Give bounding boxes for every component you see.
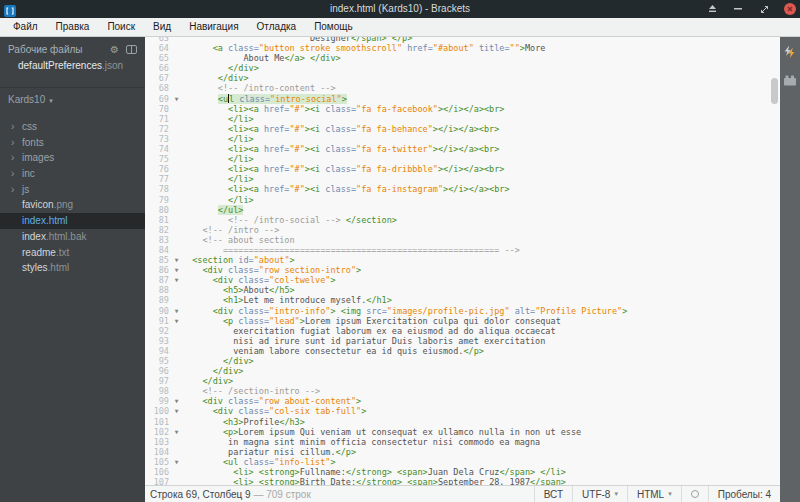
lint-status[interactable] (681, 486, 708, 502)
insert-mode-indicator[interactable]: ВСТ (534, 486, 572, 502)
fold-gutter (171, 83, 182, 93)
code-line-102: 102▼ <p>Lorem ipsum Qui veniam ut conseq… (145, 427, 780, 437)
twisty-icon[interactable]: › (11, 119, 14, 135)
fold-arrow-icon[interactable]: ▼ (171, 457, 182, 467)
live-preview-icon[interactable] (783, 45, 797, 63)
fold-arrow-icon[interactable]: ▼ (171, 406, 182, 416)
line-count: — 709 строк (253, 489, 310, 500)
tree-file-readme.txt[interactable]: readme.txt (0, 245, 145, 261)
twisty-icon[interactable]: › (11, 182, 14, 198)
language-select[interactable]: HTML ▾ (627, 486, 681, 502)
tree-folder-inc[interactable]: ›inc (0, 166, 145, 182)
fold-gutter (171, 225, 182, 235)
fold-gutter (171, 376, 182, 386)
code-line-98: 98 <!-- /section-intro --> (145, 386, 780, 396)
code-editor[interactable]: 63 Designer</span> </p>64 <a class="butt… (145, 37, 780, 485)
code-line-64: 64 <a class="button stroke smoothscroll"… (145, 43, 780, 53)
menu-item-3[interactable]: Вид (144, 18, 180, 36)
code-line-103: 103 in magna sint minim officia consecte… (145, 437, 780, 447)
extension-manager-icon[interactable] (783, 72, 797, 90)
menu-item-1[interactable]: Правка (47, 18, 99, 36)
fold-arrow-icon[interactable]: ▼ (171, 427, 182, 437)
code-line-100: 100▼ <div class="col-six tab-full"> (145, 406, 780, 416)
fold-gutter (171, 73, 182, 83)
fold-gutter (171, 174, 182, 184)
fold-gutter (171, 417, 182, 427)
tree-file-styles.html[interactable]: styles.html (0, 260, 145, 276)
twisty-icon[interactable]: › (11, 135, 14, 151)
code-line-92: 92 exercitation fugiat laborum ex ea eiu… (145, 326, 780, 336)
code-line-66: 66 </div> (145, 63, 780, 73)
code-line-68: 68 <!-- /intro-content --> (145, 83, 780, 93)
extension-toolbar (780, 37, 800, 502)
fold-gutter (171, 336, 182, 346)
code-line-105: 105▼ <ul class="info-list"> (145, 457, 780, 467)
code-line-75: 75 </li> (145, 154, 780, 164)
fold-gutter (171, 326, 182, 336)
close-icon[interactable] (784, 3, 796, 15)
code-line-69: 69▼ <ul class="intro-social"> (145, 94, 780, 104)
fold-gutter (171, 124, 182, 134)
code-line-80: 80 </ul> (145, 205, 780, 215)
code-line-94: 94 veniam labore consectetur ea id quis … (145, 346, 780, 356)
code-line-91: 91▼ <p class="lead">Lorem ipsum Exercita… (145, 316, 780, 326)
split-view-icon[interactable] (126, 45, 137, 54)
code-line-67: 67 </div> (145, 73, 780, 83)
fold-gutter (171, 386, 182, 396)
language-value: HTML (637, 489, 664, 500)
fold-arrow-icon[interactable]: ▼ (171, 265, 182, 275)
fold-arrow-icon[interactable]: ▼ (171, 396, 182, 406)
gear-icon[interactable]: ⚙ (110, 44, 119, 55)
tree-file-favicon.png[interactable]: favicon.png (0, 197, 145, 213)
code-line-101: 101 <h3>Profile</h3> (145, 417, 780, 427)
menu-item-5[interactable]: Отладка (248, 18, 306, 36)
fold-gutter (171, 104, 182, 114)
shade-window-icon[interactable] (706, 3, 718, 15)
working-files-header: Рабочие файлы ⚙ (0, 37, 145, 57)
fold-gutter (171, 205, 182, 215)
menu-bar: ФайлПравкаПоискВидНавигацияОтладкаПомощь (0, 18, 800, 37)
working-file-item[interactable]: defaultPreferences.json (0, 57, 145, 73)
tree-folder-css[interactable]: ›css (0, 119, 145, 135)
menu-item-0[interactable]: Файл (4, 18, 47, 36)
tree-file-index.html[interactable]: index.html (0, 213, 145, 229)
fold-gutter (171, 235, 182, 245)
maximize-icon[interactable] (758, 3, 770, 15)
indent-setting[interactable]: Пробелы: 4 (708, 486, 780, 502)
encoding-select[interactable]: UTF-8 ▾ (572, 486, 627, 502)
project-name: Kards10 (8, 94, 45, 105)
fold-arrow-icon[interactable]: ▼ (171, 275, 182, 285)
fold-gutter (171, 477, 182, 485)
fold-gutter (171, 114, 182, 124)
minimize-icon[interactable] (732, 3, 744, 15)
fold-arrow-icon[interactable]: ▼ (171, 306, 182, 316)
menu-item-2[interactable]: Поиск (98, 18, 144, 36)
code-line-65: 65 About Me</a> </div> (145, 53, 780, 63)
code-line-106: 106 <li> <strong>Fullname:</strong> <spa… (145, 467, 780, 477)
tree-folder-images[interactable]: ›images (0, 150, 145, 166)
working-files-label: Рабочие файлы (8, 44, 110, 55)
code-line-83: 83 <!-- about section (145, 235, 780, 245)
fold-arrow-icon[interactable]: ▼ (171, 316, 182, 326)
fold-arrow-icon[interactable]: ▼ (171, 255, 182, 265)
twisty-icon[interactable]: › (11, 166, 14, 182)
project-selector[interactable]: Kards10▾ (0, 87, 145, 109)
editor-scrollbar-thumb[interactable] (771, 78, 778, 104)
twisty-icon[interactable]: › (11, 150, 14, 166)
menu-item-6[interactable]: Помощь (305, 18, 362, 36)
sidebar: Рабочие файлы ⚙ defaultPreferences.json … (0, 37, 145, 502)
file-tree: ›css›fonts›images›inc›jsfavicon.pngindex… (0, 119, 145, 276)
window-title: index.html (Kards10) - Brackets (0, 0, 800, 18)
fold-gutter (171, 467, 182, 477)
fold-gutter (171, 245, 182, 255)
tree-file-index.html.bak[interactable]: index.html.bak (0, 229, 145, 245)
tree-folder-fonts[interactable]: ›fonts (0, 135, 145, 151)
code-line-70: 70 <li><a href="#"><i class="fa fa-faceb… (145, 104, 780, 114)
tree-folder-js[interactable]: ›js (0, 182, 145, 198)
cursor-position: Строка 69, Столбец 9 — 709 строк (145, 489, 534, 500)
fold-gutter (171, 53, 182, 63)
menu-item-4[interactable]: Навигация (180, 18, 247, 36)
fold-arrow-icon[interactable]: ▼ (171, 94, 182, 104)
code-line-99: 99▼ <div class="row about-content"> (145, 396, 780, 406)
code-line-81: 81 <!-- /intro-social --> </section> (145, 215, 780, 225)
